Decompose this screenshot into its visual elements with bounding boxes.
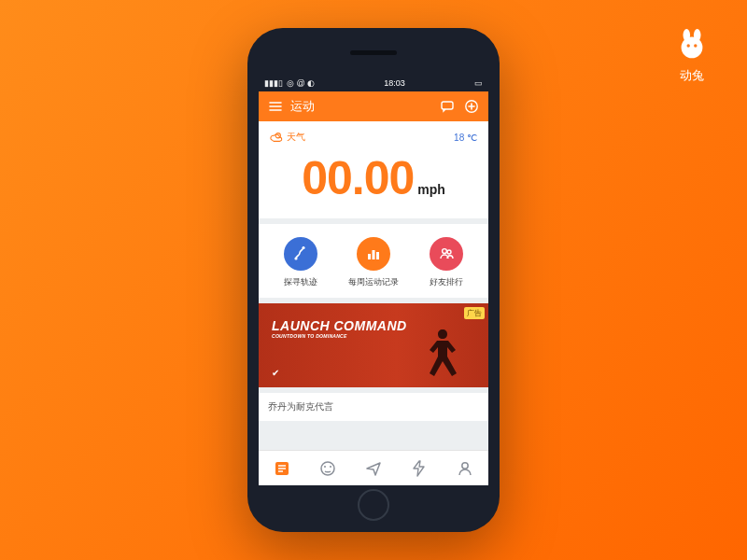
phone-speaker (350, 50, 397, 55)
status-bar: ▮▮▮▯ ◎ @ ◐ 18:03 ▭ (259, 75, 488, 91)
bunny-icon (674, 28, 710, 63)
tab-power[interactable] (409, 458, 430, 479)
action-weekly[interactable]: 每周运动记录 (340, 237, 407, 288)
svg-rect-5 (442, 102, 453, 109)
page-title: 运动 (290, 98, 315, 115)
phone-home-button[interactable] (358, 489, 389, 521)
screen: ▮▮▮▯ ◎ @ ◐ 18:03 ▭ 运动 (259, 75, 488, 485)
tab-bar (259, 450, 488, 485)
tab-home[interactable] (272, 458, 292, 479)
action-label: 每周运动记录 (348, 276, 399, 288)
svg-point-17 (324, 466, 326, 468)
route-icon (284, 237, 317, 271)
add-icon[interactable] (464, 99, 479, 114)
chat-icon[interactable] (440, 99, 455, 114)
action-friends[interactable]: 好友排行 (413, 237, 480, 288)
brand-name: 动兔 (680, 67, 704, 84)
speed-unit: mph (417, 182, 445, 197)
speed-card: 天气 18 ℃ 00.00 mph (259, 121, 488, 218)
carrier-icons: ◎ @ ◐ (287, 78, 315, 88)
phone-frame: ▮▮▮▯ ◎ @ ◐ 18:03 ▭ 运动 (247, 28, 500, 532)
tab-profile[interactable] (455, 458, 475, 479)
promo-subline: COUNTDOWN TO DOMINANCE (272, 333, 407, 339)
status-time: 18:03 (384, 78, 405, 88)
svg-point-14 (447, 250, 451, 254)
svg-rect-12 (376, 252, 379, 259)
svg-point-8 (294, 257, 297, 259)
svg-point-9 (302, 246, 304, 249)
weather-label: 天气 (287, 131, 305, 144)
svg-rect-10 (368, 254, 371, 259)
ad-badge: 广告 (464, 307, 485, 319)
promo-headline: LAUNCH COMMAND COUNTDOWN TO DOMINANCE (272, 318, 407, 339)
tab-discover[interactable] (317, 458, 338, 479)
svg-point-19 (462, 462, 468, 468)
svg-point-18 (330, 466, 331, 468)
content-area: 天气 18 ℃ 00.00 mph 探寻轨迹 (259, 121, 488, 450)
action-track[interactable]: 探寻轨迹 (267, 237, 334, 288)
brand-logo: 动兔 (674, 28, 710, 84)
svg-point-4 (694, 44, 697, 47)
svg-point-3 (686, 44, 689, 47)
action-label: 探寻轨迹 (284, 276, 317, 288)
athlete-silhouette-icon (410, 322, 475, 387)
svg-point-13 (443, 249, 447, 254)
action-label: 好友排行 (430, 276, 463, 288)
people-icon (430, 237, 463, 271)
chart-icon (357, 237, 390, 271)
weather-icon (270, 131, 283, 144)
app-header: 运动 (259, 91, 488, 121)
tab-navigate[interactable] (363, 458, 384, 479)
actions-card: 探寻轨迹 每周运动记录 好友排行 (259, 224, 488, 298)
swoosh-icon: ✔ (272, 368, 279, 378)
signal-icon: ▮▮▮▯ (264, 78, 283, 88)
promo-banner[interactable]: LAUNCH COMMAND COUNTDOWN TO DOMINANCE ✔ … (259, 303, 488, 387)
svg-point-2 (682, 37, 703, 59)
menu-icon[interactable] (268, 99, 283, 114)
weather-temp: 18 ℃ (454, 133, 477, 143)
svg-rect-11 (373, 250, 375, 259)
speed-value: 00.00 (302, 151, 414, 205)
promo-caption: 乔丹为耐克代言 (259, 393, 488, 421)
svg-point-16 (321, 462, 334, 475)
battery-icon: ▭ (474, 78, 483, 88)
